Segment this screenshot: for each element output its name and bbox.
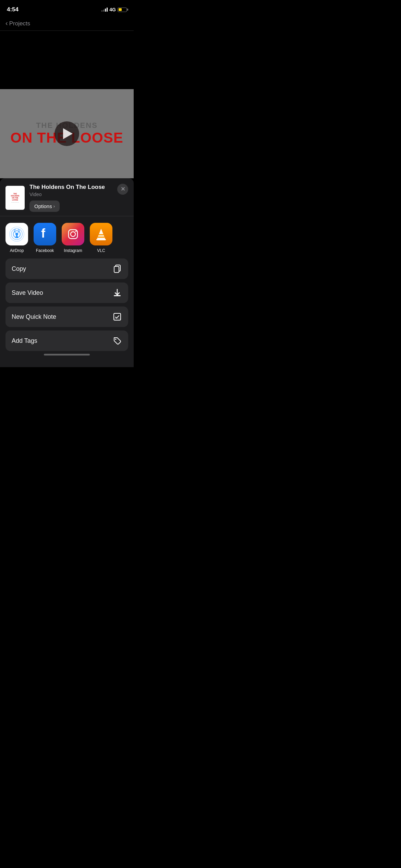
chevron-right-icon: › (53, 204, 55, 209)
note-icon (112, 312, 122, 322)
action-list: Copy Save Video New Quick Note (0, 258, 134, 351)
close-icon: ✕ (121, 186, 125, 192)
airdrop-label: AirDrop (10, 248, 24, 253)
copy-label: Copy (12, 265, 26, 273)
svg-rect-12 (96, 239, 106, 240)
share-thumbnail: THEHOLDENSON THELOOSE — — — — — (5, 186, 25, 210)
signal-icon (101, 8, 108, 12)
chevron-left-icon: ‹ (5, 19, 8, 27)
facebook-icon: f (34, 223, 56, 245)
share-sheet: THEHOLDENSON THELOOSE — — — — — The Hold… (0, 178, 134, 367)
app-item-facebook[interactable]: f Facebook (34, 223, 56, 253)
video-area-top (0, 31, 134, 89)
svg-point-9 (71, 232, 75, 237)
options-label: Options (34, 203, 52, 209)
play-icon (63, 128, 73, 139)
save-video-action[interactable]: Save Video (5, 282, 128, 303)
svg-point-10 (75, 231, 77, 232)
home-bar (44, 354, 90, 355)
svg-rect-19 (114, 313, 121, 320)
vlc-icon (90, 223, 112, 245)
svg-rect-14 (97, 237, 105, 238)
apps-row: AirDrop f Facebook Instagram (0, 216, 134, 258)
new-quick-note-action[interactable]: New Quick Note (5, 306, 128, 327)
status-icons: 4G (101, 7, 127, 12)
options-button[interactable]: Options › (29, 201, 60, 212)
status-bar: 4:54 4G (0, 0, 134, 17)
back-label: Projects (9, 20, 30, 27)
instagram-label: Instagram (64, 248, 82, 253)
app-item-vlc[interactable]: VLC (90, 223, 112, 253)
add-tags-label: Add Tags (12, 337, 37, 345)
svg-point-21 (115, 339, 117, 340)
close-button[interactable]: ✕ (117, 184, 128, 195)
facebook-label: Facebook (36, 248, 54, 253)
copy-icon (112, 264, 122, 274)
share-info: The Holdens On The Loose Video Options › (29, 184, 112, 212)
save-video-label: Save Video (12, 289, 43, 297)
nav-bar: ‹ Projects (0, 17, 134, 31)
app-item-airdrop[interactable]: AirDrop (5, 223, 28, 253)
share-thumb-sub: — — — — — (11, 202, 19, 203)
play-button[interactable] (54, 121, 79, 146)
copy-action[interactable]: Copy (5, 258, 128, 279)
svg-text:f: f (41, 227, 46, 240)
tag-icon (112, 336, 122, 346)
home-indicator (0, 351, 134, 355)
instagram-icon (62, 223, 84, 245)
back-button[interactable]: ‹ Projects (5, 20, 30, 27)
app-item-instagram[interactable]: Instagram (62, 223, 84, 253)
status-time: 4:54 (7, 6, 19, 13)
svg-rect-16 (114, 266, 119, 273)
share-thumb-title: THEHOLDENSON THELOOSE (11, 193, 19, 201)
svg-rect-13 (98, 234, 104, 236)
svg-rect-17 (114, 295, 121, 296)
share-header: THEHOLDENSON THELOOSE — — — — — The Hold… (0, 178, 134, 216)
share-title: The Holdens On The Loose (29, 184, 112, 191)
vlc-label: VLC (97, 248, 105, 253)
video-thumbnail[interactable]: THE HOLDENS ON THE LOOSE (0, 89, 134, 178)
download-icon (112, 288, 122, 298)
network-type: 4G (109, 7, 116, 12)
airdrop-icon (5, 223, 28, 245)
new-quick-note-label: New Quick Note (12, 313, 56, 321)
add-tags-action[interactable]: Add Tags (5, 330, 128, 351)
battery-icon (118, 8, 127, 12)
share-type: Video (29, 192, 112, 197)
